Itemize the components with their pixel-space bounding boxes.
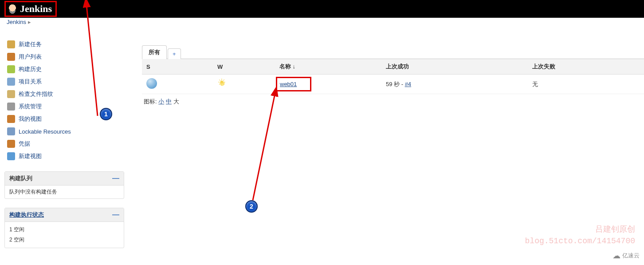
footer-brand-text: 亿速云 [622, 252, 640, 260]
executor-header: 构建执行状态 — [5, 208, 124, 222]
executor-title[interactable]: 构建执行状态 [9, 211, 44, 219]
sidebar-item-label: 新建任务 [19, 40, 42, 48]
people-icon [7, 53, 15, 61]
sidebar-item-label: 项目关系 [19, 78, 42, 86]
main-panel: 所有 + S W 名称 ↓ 上次成功 上次失败 web01 59 秒 - #4 … [129, 32, 644, 265]
breadcrumb-separator: ▸ [28, 19, 31, 25]
lock-icon [7, 127, 15, 135]
cell-last-success: 59 秒 - #4 [381, 75, 528, 94]
sidebar-item-label: 系统管理 [19, 103, 42, 111]
sidebar-item-label: 用户列表 [19, 53, 42, 61]
col-last-failure[interactable]: 上次失败 [528, 59, 644, 75]
build-queue-header: 构建队列 — [5, 172, 124, 186]
sidebar-item[interactable]: 凭据 [4, 138, 124, 150]
executor-body: 1 空闲2 空闲 [5, 222, 124, 248]
build-link[interactable]: #4 [405, 81, 411, 87]
build-queue-title: 构建队列 [9, 174, 32, 182]
credentials-icon [7, 140, 15, 148]
manage-icon [7, 103, 15, 111]
svg-line-0 [86, 5, 98, 116]
sidebar-item-label: Lockable Resources [19, 128, 71, 135]
collapse-icon[interactable]: — [112, 174, 119, 182]
svg-line-1 [253, 94, 275, 200]
collapse-icon[interactable]: — [112, 211, 119, 219]
logo-highlight-box: Jenkins [4, 1, 57, 17]
new-item-icon [7, 40, 15, 48]
sidebar-item[interactable]: 新建视图 [4, 150, 124, 162]
logo-text[interactable]: Jenkins [20, 3, 52, 15]
history-icon [7, 65, 15, 73]
footer-brand: ☁ 亿速云 [613, 251, 640, 261]
executor-pane: 构建执行状态 — 1 空闲2 空闲 [4, 208, 124, 248]
sidebar-item-label: 我的视图 [19, 115, 42, 123]
executor-row: 1 空闲 [9, 225, 119, 235]
my-views-icon [7, 115, 15, 123]
annotation-arrow-2 [244, 85, 333, 209]
fingerprint-icon [7, 90, 15, 98]
sidebar-item-label: 构建历史 [19, 65, 42, 73]
sidebar-item-label: 凭据 [19, 140, 30, 148]
col-name[interactable]: 名称 ↓ [275, 59, 381, 75]
executor-row: 2 空闲 [9, 235, 119, 245]
cloud-icon: ☁ [613, 251, 620, 261]
breadcrumb-root[interactable]: Jenkins [7, 19, 26, 25]
jenkins-mascot-icon [8, 4, 17, 14]
sidebar-item-label: 新建视图 [19, 152, 42, 160]
col-last-success[interactable]: 上次成功 [381, 59, 528, 75]
annotation-arrow-1 [84, 0, 262, 131]
new-view-icon [7, 152, 15, 160]
cell-last-failure: 无 [528, 75, 644, 94]
build-queue-pane: 构建队列 — 队列中没有构建任务 [4, 171, 124, 199]
sidebar-item-label: 检查文件指纹 [19, 90, 53, 98]
build-queue-body: 队列中没有构建任务 [5, 186, 124, 198]
relation-icon [7, 78, 15, 86]
